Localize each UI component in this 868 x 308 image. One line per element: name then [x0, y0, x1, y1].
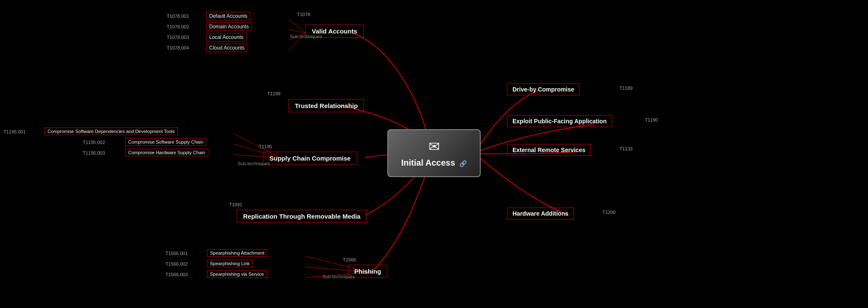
sub-id-t1078-004: T1078.004: [167, 45, 189, 50]
sub-label-supply: Sub-techniques: [238, 161, 270, 166]
center-label: Initial Access: [401, 158, 455, 167]
tech-id-t1190: T1190: [645, 117, 658, 122]
sub-id-t1078-001: T1078.001: [167, 14, 189, 19]
center-icon: ✉: [400, 139, 468, 155]
sub-id-t1195-001: T1195.001: [3, 129, 26, 134]
svg-line-1: [288, 30, 305, 33]
sub-id-t1195-002: T1195.002: [83, 140, 105, 145]
exploit-public-box[interactable]: Exploit Public-Facing Application: [507, 115, 612, 127]
sub-name-compromise-deps[interactable]: Compromise Software Dependencies and Dev…: [45, 128, 178, 135]
sub-name-spear-service[interactable]: Spearphishing via Service: [207, 270, 267, 278]
sub-label-phishing: Sub-techniques: [322, 274, 355, 279]
link-icon[interactable]: 🔗: [459, 160, 467, 167]
sub-id-t1078-003: T1078.003: [167, 35, 189, 40]
tech-id-t1199: T1199: [267, 91, 280, 96]
sub-id-t1566-003: T1566.003: [165, 272, 188, 277]
tech-id-t1200: T1200: [602, 210, 616, 215]
sub-id-t1195-003: T1195.003: [83, 150, 105, 155]
sub-name-spear-link[interactable]: Spearphishing Link: [207, 260, 253, 267]
svg-line-0: [288, 19, 305, 33]
sub-name-local-accounts[interactable]: Local Accounts: [206, 33, 246, 42]
tech-id-t1195: T1195: [259, 144, 272, 149]
tech-id-t1078: T1078: [297, 12, 310, 17]
replication-box[interactable]: Replication Through Removable Media: [237, 210, 367, 223]
sub-name-domain-accounts[interactable]: Domain Accounts: [206, 22, 252, 31]
trusted-relationship-box[interactable]: Trusted Relationship: [288, 99, 364, 112]
tech-id-t1133: T1133: [619, 146, 633, 151]
tech-id-t1189: T1189: [619, 86, 633, 91]
sub-name-spear-attach[interactable]: Spearphishing Attachment: [207, 249, 267, 257]
sub-id-t1566-002: T1566.002: [165, 261, 188, 266]
sub-name-compromise-supply[interactable]: Compromise Software Supply Chain: [125, 138, 206, 146]
sub-label-valid: Sub-techniques: [290, 34, 322, 39]
tech-id-t1091: T1091: [229, 202, 242, 207]
sub-name-compromise-hardware[interactable]: Compromise Hardware Supply Chain: [125, 149, 208, 156]
sub-id-t1078-002: T1078.002: [167, 24, 189, 29]
supply-chain-box[interactable]: Supply Chain Compromise: [263, 152, 357, 165]
center-node[interactable]: ✉ Initial Access 🔗: [387, 129, 481, 177]
sub-name-default-accounts[interactable]: Default Accounts: [206, 12, 250, 20]
external-remote-box[interactable]: External Remote Services: [507, 144, 591, 156]
sub-id-t1566-001: T1566.001: [165, 251, 188, 256]
sub-name-cloud-accounts[interactable]: Cloud Accounts: [206, 44, 247, 52]
tech-id-t1566: T1566: [343, 257, 356, 262]
hardware-additions-box[interactable]: Hardware Additions: [507, 208, 574, 219]
drive-by-box[interactable]: Drive-by Compromise: [507, 83, 580, 95]
